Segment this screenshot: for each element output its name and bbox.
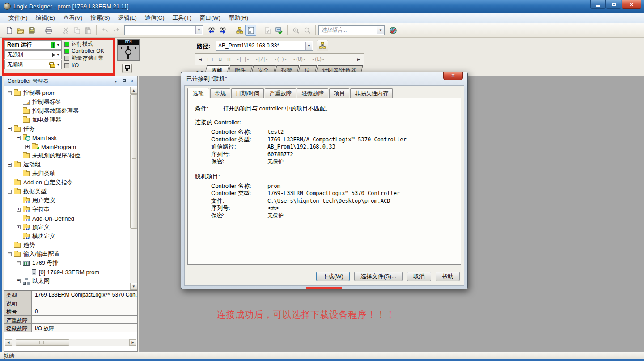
tree-row[interactable]: 1769 母排	[5, 259, 137, 268]
tree-expander[interactable]	[17, 136, 21, 140]
scrollbar-thumb[interactable]	[16, 339, 69, 346]
pin-button[interactable]	[120, 78, 127, 85]
menu-item[interactable]: 工具(T)	[169, 13, 196, 23]
copy-button[interactable]	[71, 25, 82, 36]
zoom-out-button[interactable]	[301, 25, 313, 36]
menu-item[interactable]: 帮助(H)	[225, 13, 252, 23]
chevron-down-icon[interactable]: ▼	[377, 26, 384, 34]
browse-path-button[interactable]	[317, 40, 328, 51]
keyswitch-button[interactable]	[122, 64, 132, 73]
tree-expander[interactable]	[8, 163, 12, 167]
tree-row[interactable]: 控制器 prom	[5, 89, 137, 98]
tree-row[interactable]: 未规划的程序/相位	[5, 151, 137, 160]
tree-row[interactable]: 字符串	[5, 205, 137, 214]
ladder-instruction-button[interactable]: ⊢⊣	[208, 56, 212, 62]
dialog-tab[interactable]: 严重故障	[265, 88, 296, 98]
panel-horizontal-scrollbar[interactable]: ◄ ►	[5, 339, 136, 346]
dialog-tab[interactable]: 项目	[329, 88, 349, 98]
edits-dropdown[interactable]: 无编辑 ▼	[4, 60, 62, 69]
menu-item[interactable]: 编辑(E)	[32, 13, 59, 23]
new-button[interactable]	[4, 25, 15, 36]
tree-row[interactable]: 运动组	[5, 160, 137, 169]
tree-row[interactable]: [0] 1769-L33ERM prom	[5, 268, 137, 276]
tree-row[interactable]: 输入/输出配置	[5, 250, 137, 259]
language-combobox[interactable]: 选择语言...▼	[318, 25, 385, 35]
tree-row[interactable]: 数据类型	[5, 187, 137, 196]
tree-row[interactable]: 以太网	[5, 276, 137, 285]
tree-row[interactable]: MainTask	[5, 133, 137, 142]
chevron-down-icon[interactable]: ▼	[56, 43, 60, 47]
chevron-down-icon[interactable]: ▼	[56, 63, 60, 67]
scroll-right-icon[interactable]: ►	[356, 57, 361, 62]
browse-network-button[interactable]	[234, 25, 245, 36]
menu-item[interactable]: 窗口(W)	[195, 13, 225, 23]
tree-vertical-scrollbar[interactable]: ▲ ▼	[130, 87, 137, 290]
dialog-button[interactable]: 帮助	[436, 272, 460, 281]
find-previous-button[interactable]	[206, 25, 217, 36]
zoom-in-button[interactable]	[290, 25, 301, 36]
forces-dropdown[interactable]: 无强制 ▼	[4, 50, 62, 59]
tree-expander[interactable]	[8, 190, 12, 194]
verify-routine-button[interactable]	[262, 25, 273, 36]
paste-button[interactable]	[82, 25, 93, 36]
tree-row[interactable]: 未归类轴	[5, 169, 137, 178]
tree-row[interactable]: 控制器故障处理器	[5, 106, 137, 115]
tree-row[interactable]: Add-On-Defined	[5, 214, 137, 223]
tree-row[interactable]: 任务	[5, 124, 137, 133]
dialog-tab[interactable]: 非易失性内存	[350, 88, 393, 98]
tree-row[interactable]: 趋势	[5, 241, 137, 250]
menu-item[interactable]: 文件(F)	[4, 13, 32, 23]
dialog-button[interactable]: 取消	[407, 272, 431, 281]
verify-controller-button[interactable]	[273, 25, 284, 36]
tree-row[interactable]: Add-on 自定义指令	[5, 178, 137, 187]
close-button[interactable]: ×	[622, 0, 641, 9]
tree-row[interactable]: 预定义	[5, 223, 137, 232]
chevron-down-icon[interactable]: ▼	[195, 26, 202, 34]
scroll-down-icon[interactable]: ▼	[130, 283, 137, 290]
ladder-instruction-button[interactable]: -|/|-	[255, 56, 268, 62]
dialog-tab[interactable]: 选项	[187, 88, 209, 99]
tree-expander[interactable]	[17, 261, 21, 265]
ladder-instruction-button[interactable]: -(U)-	[293, 56, 305, 62]
find-next-button[interactable]	[217, 25, 228, 36]
tree-expander[interactable]	[17, 279, 21, 283]
menu-item[interactable]: 逻辑(L)	[114, 13, 141, 23]
menu-item[interactable]: 搜索(S)	[86, 13, 114, 23]
dialog-close-button[interactable]: ×	[443, 72, 463, 80]
scroll-left-icon[interactable]: ◄	[5, 339, 12, 346]
dialog-tab[interactable]: 轻微故障	[297, 88, 328, 98]
tree-expander[interactable]	[8, 252, 12, 256]
tree-expander[interactable]	[17, 208, 21, 212]
tree-expander[interactable]	[17, 225, 21, 229]
dialog-button[interactable]: 选择文件(S)...	[354, 272, 402, 281]
tree-row[interactable]: 控制器标签	[5, 98, 137, 106]
tree-row[interactable]: 加电处理器	[5, 115, 137, 124]
controller-mode-dropdown[interactable]: Rem 运行 ▼	[4, 40, 62, 50]
ladder-instruction-button[interactable]: -(L)-	[312, 56, 324, 62]
undo-button[interactable]	[99, 25, 110, 36]
tree-row[interactable]: MainProgram	[5, 142, 137, 151]
ladder-instruction-button[interactable]: ⊓	[228, 56, 230, 62]
organizer-toggle-button[interactable]	[245, 25, 256, 36]
tree-expander[interactable]	[8, 91, 12, 95]
dialog-tab[interactable]: 常规	[210, 88, 230, 98]
ladder-instruction-button[interactable]: -| |-	[236, 56, 249, 62]
scrollbar-thumb[interactable]	[130, 94, 137, 229]
language-check-button[interactable]	[387, 25, 398, 36]
print-button[interactable]	[43, 25, 54, 36]
ladder-instruction-button[interactable]: -( )-	[274, 56, 287, 62]
menu-item[interactable]: 通信(C)	[141, 13, 169, 23]
search-combobox[interactable]: ▼	[124, 25, 203, 35]
path-combobox[interactable]: AB_Prom1\192.168.0.33*▼	[216, 41, 313, 51]
panel-close-button[interactable]: ×	[128, 78, 136, 85]
tree-row[interactable]: 模块定义	[5, 232, 137, 241]
scroll-right-icon[interactable]: ►	[129, 339, 136, 346]
redo-button[interactable]	[110, 25, 122, 36]
minimize-button[interactable]	[590, 0, 606, 9]
panel-menu-button[interactable]: ▾	[112, 78, 119, 85]
dialog-button[interactable]: 下载(W)	[316, 272, 350, 281]
tree-expander[interactable]	[25, 145, 30, 149]
dialog-tab[interactable]: 日期/时间	[231, 88, 264, 98]
tree-expander[interactable]	[8, 127, 12, 131]
scroll-left-icon[interactable]: ◄	[198, 57, 203, 62]
